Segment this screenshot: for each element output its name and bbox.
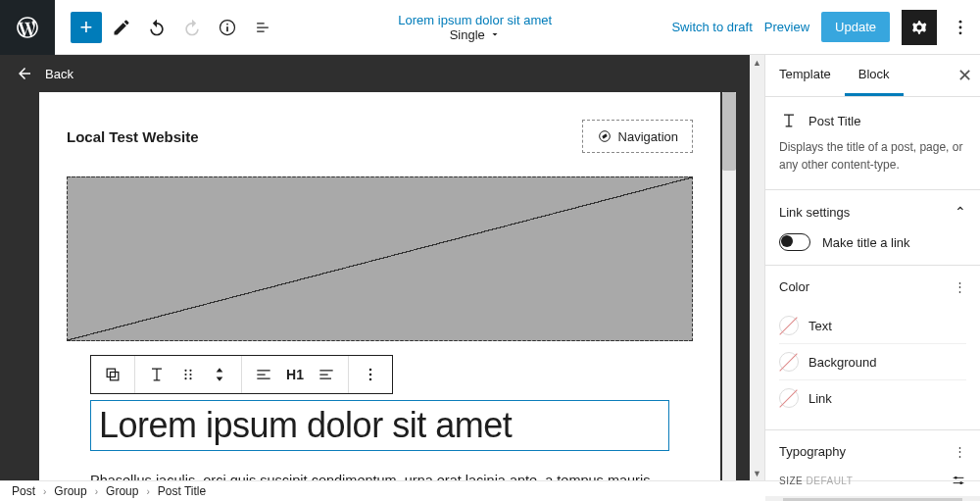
- make-title-link-toggle-row: Make title a link: [779, 233, 966, 251]
- block-name: Post Title: [808, 114, 860, 128]
- document-title-area: Lorem ipsum dolor sit amet Single: [278, 13, 671, 42]
- site-title[interactable]: Local Test Website: [67, 128, 198, 145]
- chevron-right-icon: ›: [146, 486, 149, 497]
- panel-typography: Typography ⋮ SIZE DEFAULT: [765, 430, 980, 496]
- crumb[interactable]: Post Title: [158, 484, 206, 498]
- wordpress-icon: [15, 15, 40, 40]
- panel-color-header[interactable]: Color ⋮: [765, 266, 980, 308]
- title-icon: [147, 365, 167, 384]
- editor-area: Back Local Test Website Navigation: [0, 55, 750, 480]
- tab-template[interactable]: Template: [765, 55, 845, 96]
- crumb[interactable]: Group: [54, 484, 86, 498]
- svg-rect-7: [107, 369, 115, 376]
- sliders-icon[interactable]: [951, 473, 966, 488]
- crumb[interactable]: Post: [12, 484, 35, 498]
- move-button[interactable]: [204, 356, 235, 393]
- svg-point-15: [369, 369, 372, 372]
- template-selector[interactable]: Single: [450, 27, 501, 42]
- outline-button[interactable]: [247, 10, 278, 45]
- scroll-down-arrow[interactable]: ▼: [750, 466, 764, 480]
- svg-point-11: [184, 374, 186, 376]
- svg-point-13: [184, 377, 186, 379]
- panel-typography-header[interactable]: Typography ⋮: [765, 430, 980, 473]
- scroll-up-arrow[interactable]: ▲: [750, 55, 764, 70]
- color-swatch-icon: [779, 352, 799, 372]
- text-align-button[interactable]: [311, 356, 342, 393]
- main-area: Back Local Test Website Navigation: [0, 55, 980, 480]
- align-icon: [254, 365, 273, 384]
- vertical-scrollbar[interactable]: ▲ ▼: [750, 55, 764, 480]
- sidebar-horizontal-scrollbar[interactable]: ◀ ▶: [765, 496, 980, 501]
- undo-icon: [147, 18, 167, 37]
- svg-rect-2: [226, 26, 228, 31]
- sidebar-tabs: Template Block ✕: [765, 55, 980, 97]
- add-block-button[interactable]: +: [71, 12, 102, 43]
- wp-logo[interactable]: [0, 0, 55, 55]
- compass-icon: [597, 128, 612, 144]
- document-title[interactable]: Lorem ipsum dolor sit amet: [398, 13, 552, 27]
- back-bar[interactable]: Back: [0, 55, 750, 92]
- color-background-row[interactable]: Background: [779, 344, 966, 380]
- svg-point-3: [959, 20, 962, 23]
- svg-point-17: [369, 378, 372, 381]
- info-button[interactable]: [212, 10, 243, 45]
- undo-button[interactable]: [141, 10, 172, 45]
- drag-handle[interactable]: [172, 356, 204, 393]
- redo-button[interactable]: [176, 10, 208, 45]
- canvas-scrollbar-thumb[interactable]: [722, 92, 736, 171]
- canvas-wrap: Local Test Website Navigation: [0, 92, 750, 480]
- chevron-right-icon: ›: [95, 486, 98, 497]
- more-options-button[interactable]: [949, 10, 972, 45]
- heading-level-button[interactable]: H1: [279, 356, 311, 393]
- block-more-button[interactable]: [355, 356, 386, 393]
- panel-link-settings-header[interactable]: Link settings ⌃: [765, 190, 980, 233]
- navigation-placeholder[interactable]: Navigation: [582, 120, 693, 153]
- color-text-row[interactable]: Text: [779, 308, 966, 344]
- switch-to-draft-button[interactable]: Switch to draft: [671, 20, 752, 34]
- copy-icon: [103, 365, 122, 384]
- redo-icon: [182, 18, 202, 37]
- svg-point-9: [184, 370, 186, 372]
- edit-mode-button[interactable]: [106, 10, 137, 45]
- update-button[interactable]: Update: [821, 12, 890, 42]
- list-icon: [253, 18, 272, 37]
- close-sidebar-button[interactable]: ✕: [957, 65, 972, 86]
- svg-point-18: [955, 476, 957, 479]
- ellipsis-vertical-icon: [361, 365, 380, 384]
- svg-point-5: [959, 31, 962, 34]
- color-link-row[interactable]: Link: [779, 380, 966, 416]
- chevron-up-icon: ⌃: [955, 204, 966, 220]
- featured-image-placeholder[interactable]: [67, 176, 693, 341]
- pencil-icon: [112, 18, 131, 37]
- block-toolbar: H1: [90, 355, 393, 394]
- site-header: Local Test Website Navigation: [67, 120, 693, 153]
- gear-icon: [909, 18, 929, 37]
- chevron-right-icon: ›: [43, 486, 46, 497]
- post-title-block[interactable]: Lorem ipsum dolor sit amet: [90, 400, 669, 451]
- post-content[interactable]: Phasellus iaculis, orci quis suscipit co…: [90, 471, 669, 480]
- text-align-icon: [317, 365, 336, 384]
- settings-sidebar: Template Block ✕ Post Title Displays the…: [764, 55, 980, 480]
- color-panel-more[interactable]: ⋮: [954, 279, 966, 294]
- crumb[interactable]: Group: [106, 484, 138, 498]
- block-info: Post Title Displays the title of a post,…: [765, 97, 980, 190]
- arrow-left-icon: [16, 65, 33, 82]
- scroll-right-arrow[interactable]: ▶: [964, 496, 980, 501]
- select-parent-button[interactable]: [97, 356, 128, 393]
- drag-icon: [178, 365, 198, 384]
- typography-panel-more[interactable]: ⋮: [954, 444, 966, 459]
- settings-button[interactable]: [902, 10, 937, 45]
- svg-point-12: [189, 374, 191, 376]
- align-button[interactable]: [248, 356, 279, 393]
- svg-point-4: [959, 25, 962, 28]
- preview-button[interactable]: Preview: [764, 20, 809, 34]
- publish-actions: Switch to draft Preview Update: [671, 10, 980, 45]
- scroll-left-arrow[interactable]: ◀: [765, 496, 781, 501]
- make-title-link-toggle[interactable]: [779, 233, 810, 251]
- panel-color: Color ⋮ Text Background Link: [765, 266, 980, 430]
- block-type-button[interactable]: [141, 356, 172, 393]
- tab-block[interactable]: Block: [845, 55, 904, 96]
- svg-point-19: [959, 481, 962, 484]
- svg-point-16: [369, 374, 372, 376]
- move-updown-icon: [210, 365, 229, 384]
